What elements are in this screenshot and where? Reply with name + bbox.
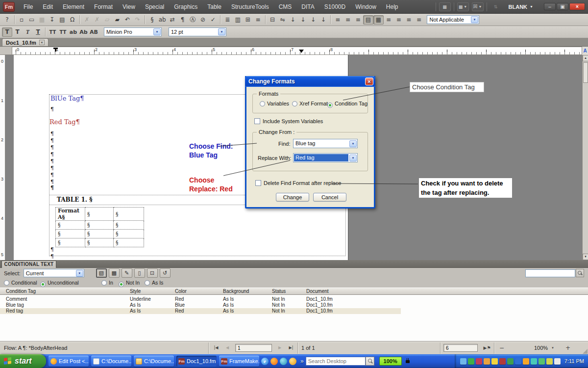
radio-as-is[interactable]: As Is: [145, 280, 163, 286]
view-options-icon[interactable]: ▩▼: [457, 2, 469, 11]
search-icon[interactable]: [576, 269, 584, 277]
menu-structuretools[interactable]: StructureTools: [226, 0, 274, 14]
menu-edit[interactable]: Edit: [38, 0, 58, 14]
show-conditions-button[interactable]: ▧: [96, 268, 107, 278]
initial-cap-button[interactable]: Ab: [78, 27, 89, 37]
view-borders-icon[interactable]: ▤: [363, 15, 373, 25]
plain-text-button[interactable]: T: [2, 27, 12, 37]
tray-icon[interactable]: [484, 358, 490, 365]
firefox-quicklaunch-icon[interactable]: [270, 358, 278, 365]
align-icon[interactable]: ≡: [253, 15, 263, 25]
single-spacing-icon[interactable]: ≡: [384, 15, 394, 25]
messenger-icon[interactable]: [280, 358, 287, 365]
tray-icon[interactable]: [468, 358, 474, 365]
zoom-level[interactable]: 100%: [534, 345, 548, 351]
chevron-down-icon[interactable]: ▼: [349, 155, 357, 161]
delete-tag-button[interactable]: ▯: [134, 268, 145, 278]
taskbar-item-notepad[interactable]: C:\Docume...: [91, 356, 131, 367]
taskbar-item-doc1-active[interactable]: FmDoc1_10.fm: [176, 356, 217, 367]
taskbar-item-explorer[interactable]: C:\Docume...: [134, 356, 174, 367]
table-row[interactable]: CommentUnderlineRedAs IsNot InDoc1_10.fm: [0, 296, 588, 302]
paragraph-icon[interactable]: ¶: [177, 15, 188, 25]
insert-cell-icon[interactable]: ↓: [318, 15, 328, 25]
panel-search-input[interactable]: [525, 269, 575, 277]
subscript-button[interactable]: TT: [58, 27, 68, 37]
bold-button[interactable]: T: [12, 27, 23, 37]
lowercase-button[interactable]: ab: [68, 27, 78, 37]
paste-icon[interactable]: ▱: [102, 15, 112, 25]
import-icon[interactable]: ↧: [47, 15, 57, 25]
column-color[interactable]: Color: [175, 289, 187, 294]
radio-conditional[interactable]: Conditional: [4, 280, 37, 286]
radio-variables[interactable]: Variables: [260, 101, 289, 106]
underline-button[interactable]: T: [33, 27, 43, 37]
new-tag-button[interactable]: ▩: [109, 268, 120, 278]
scroll-down-icon[interactable]: ▼: [583, 254, 588, 260]
font-size-select[interactable]: 12 pt ▼: [169, 27, 226, 36]
resize-grip[interactable]: [583, 349, 588, 354]
column-condition-tag[interactable]: Condition Tag: [6, 289, 36, 294]
start-button[interactable]: start: [0, 354, 46, 368]
save-icon[interactable]: ▦: [37, 15, 47, 25]
superscript-button[interactable]: TT: [48, 27, 58, 37]
menu-element[interactable]: Element: [58, 0, 89, 14]
internet-explorer-icon[interactable]: e: [261, 358, 269, 365]
chevron-down-icon[interactable]: ▼: [471, 16, 478, 23]
menu-graphics[interactable]: Graphics: [169, 0, 202, 14]
open-icon[interactable]: ▭: [26, 15, 37, 25]
line-number-input[interactable]: [443, 344, 478, 352]
object-properties-icon[interactable]: ⇋: [278, 15, 288, 25]
frame-options-icon[interactable]: 回▼: [472, 2, 484, 11]
dialog-close-icon[interactable]: ×: [365, 78, 373, 85]
menu-special[interactable]: Special: [140, 0, 169, 14]
close-button[interactable]: ×: [569, 3, 585, 10]
view-text-symbols-icon[interactable]: ▦: [373, 15, 384, 25]
menu-dita[interactable]: DITA: [296, 0, 319, 14]
tray-icon[interactable]: [546, 358, 553, 365]
menu-cms[interactable]: CMS: [274, 0, 297, 14]
double-spacing-icon[interactable]: ≡: [404, 15, 414, 25]
battery-indicator[interactable]: 100%: [379, 357, 402, 366]
include-system-variables-checkbox[interactable]: Include System Variables: [254, 118, 323, 124]
clipboard-icon[interactable]: ▰: [112, 15, 122, 25]
menu-table[interactable]: Table: [202, 0, 226, 14]
tray-icon[interactable]: [460, 358, 466, 365]
radio-in[interactable]: In: [101, 280, 113, 286]
redo-icon[interactable]: ↷: [132, 15, 143, 25]
restore-button[interactable]: ▣: [557, 3, 568, 10]
column-style[interactable]: Style: [130, 289, 141, 294]
find-change-icon[interactable]: ⊘: [198, 15, 208, 25]
chevron-more-icon[interactable]: »: [300, 358, 304, 365]
align-left-icon[interactable]: ≡: [333, 15, 343, 25]
cancel-button[interactable]: Cancel: [313, 193, 346, 202]
cross-reference-icon[interactable]: ⇄: [168, 15, 178, 25]
taskbar-item-firefox[interactable]: Edit Post <...: [49, 356, 89, 367]
tray-icon[interactable]: [499, 358, 506, 365]
zoom-in-icon[interactable]: +: [564, 344, 572, 352]
change-button[interactable]: Change: [276, 193, 309, 202]
cut-icon[interactable]: ✗: [82, 15, 92, 25]
close-tab-icon[interactable]: ×: [39, 40, 45, 45]
first-page-icon[interactable]: |◀: [212, 344, 220, 352]
next-page-icon[interactable]: ▶: [275, 344, 284, 352]
column-background[interactable]: Background: [223, 289, 249, 294]
zoom-out-icon[interactable]: −: [497, 344, 506, 352]
select-scope-select[interactable]: Current ▼: [24, 269, 84, 277]
table-row-selected[interactable]: Red tagAs IsRedAs IsNot InDoc1_10.fm: [0, 308, 401, 314]
copy-icon[interactable]: ✗: [92, 15, 102, 25]
scrollbar-thumb[interactable]: [583, 62, 588, 83]
radio-xref-format[interactable]: Xref Format: [292, 101, 328, 106]
panel-layout-icon[interactable]: ▦: [439, 2, 451, 11]
menu-help[interactable]: Help: [381, 0, 403, 14]
italic-button[interactable]: T: [23, 27, 33, 37]
menu-format[interactable]: Format: [89, 0, 118, 14]
tab-stop-marker[interactable]: [299, 50, 304, 53]
new-document-icon[interactable]: ▫: [17, 15, 27, 25]
column-document[interactable]: Document: [306, 289, 329, 294]
special-characters-icon[interactable]: §: [147, 15, 157, 25]
tray-icon[interactable]: [531, 358, 537, 365]
font-family-select[interactable]: Minion Pro ▼: [104, 27, 162, 36]
scroll-up-icon[interactable]: ▲: [583, 55, 588, 61]
find-select[interactable]: Blue tag ▼: [293, 139, 358, 148]
delete-find-format-checkbox[interactable]: Delete Find Format after replace: [255, 180, 341, 186]
